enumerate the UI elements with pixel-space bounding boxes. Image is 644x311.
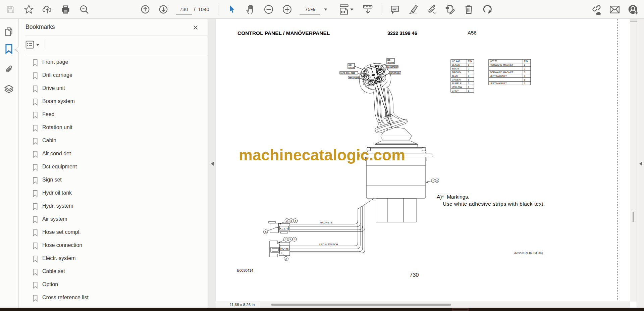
svg-text:MAGNETS OFF: MAGNETS OFF: [387, 66, 398, 68]
svg-text:8: 8: [468, 89, 469, 92]
svg-text:PIN: PIN: [524, 60, 528, 63]
svg-text:FORWARD MAGNET: FORWARD MAGNET: [490, 63, 514, 66]
svg-text:4: 4: [468, 74, 469, 77]
svg-text:-: -: [490, 67, 491, 70]
svg-text:FORWARD MAGNET: FORWARD MAGNET: [490, 71, 514, 74]
svg-text:4: 4: [294, 219, 296, 222]
svg-text:machinecatalogic.com: machinecatalogic.com: [239, 146, 405, 164]
svg-text:6: 6: [524, 82, 525, 85]
svg-text:GREY: GREY: [452, 89, 459, 92]
svg-text:YELLOW: YELLOW: [387, 62, 394, 64]
svg-text:LED: LED: [348, 64, 352, 66]
svg-text:GREEN: GREEN: [348, 67, 354, 69]
svg-text:KC446: KC446: [280, 247, 289, 250]
svg-text:8: 8: [436, 179, 438, 182]
svg-text:PURPLE: PURPLE: [452, 82, 462, 85]
svg-text:3222 3199 46: 3222 3199 46: [387, 31, 417, 36]
svg-text:Use white adhesive strips with: Use white adhesive strips with black tex…: [443, 201, 545, 207]
svg-text:7: 7: [433, 179, 434, 182]
svg-text:5: 5: [524, 78, 525, 81]
svg-text:1: 1: [468, 63, 469, 66]
svg-text:YELLOW: YELLOW: [452, 86, 462, 89]
svg-text:BEIGE: BEIGE: [452, 67, 459, 70]
svg-text:5: 5: [468, 78, 469, 81]
svg-text:BLACK: BLACK: [452, 63, 460, 66]
svg-text:CONTROL PANEL / MANÖVERPANEL: CONTROL PANEL / MANÖVERPANEL: [237, 30, 330, 36]
svg-text:LED & SWITCH: LED & SWITCH: [319, 243, 338, 246]
svg-text:LEFT MAGNET: LEFT MAGNET: [490, 82, 507, 85]
svg-text:PIN: PIN: [468, 60, 472, 63]
svg-text:3: 3: [468, 71, 469, 74]
svg-text:3: 3: [290, 219, 292, 222]
svg-text:2: 2: [285, 238, 286, 241]
svg-text:RAPID /DRILL FEED: RAPID /DRILL FEED: [340, 72, 355, 74]
svg-text:LED: LED: [387, 59, 391, 61]
svg-text:4: 4: [524, 74, 525, 77]
svg-text:5: 5: [289, 238, 291, 241]
svg-text:2: 2: [468, 67, 469, 70]
svg-text:730: 730: [410, 272, 419, 278]
svg-text:6: 6: [294, 238, 295, 241]
svg-text:-: -: [490, 78, 491, 81]
svg-text:KC 446: KC 446: [452, 60, 460, 63]
svg-text:B0030414: B0030414: [237, 268, 253, 272]
svg-text:KC179: KC179: [280, 227, 288, 230]
svg-text:2: 2: [286, 219, 287, 222]
svg-text:6: 6: [468, 82, 469, 85]
svg-text:KC179: KC179: [490, 60, 497, 63]
svg-text:IMPACT HIGH: IMPACT HIGH: [390, 72, 400, 74]
svg-text:3: 3: [524, 71, 525, 74]
svg-text:LEFT MAGNET: LEFT MAGNET: [490, 74, 507, 77]
svg-text:A56: A56: [468, 30, 477, 36]
svg-text:7: 7: [468, 86, 469, 89]
svg-text:GREEN: GREEN: [452, 78, 461, 81]
svg-text:3222 3199 46. Ed 003: 3222 3199 46. Ed 003: [514, 251, 543, 255]
svg-text:A)* Markings.: A)* Markings.: [437, 194, 469, 200]
svg-text:2: 2: [524, 67, 525, 70]
svg-text:BLUE: BLUE: [452, 74, 458, 77]
svg-text:1: 1: [524, 63, 525, 66]
svg-text:A: A: [265, 230, 266, 234]
svg-text:BROWN: BROWN: [452, 71, 461, 74]
svg-text:IMPACT LOW: IMPACT LOW: [349, 77, 359, 79]
svg-text:A: A: [285, 257, 287, 260]
svg-text:MAGNETS: MAGNETS: [320, 221, 333, 224]
